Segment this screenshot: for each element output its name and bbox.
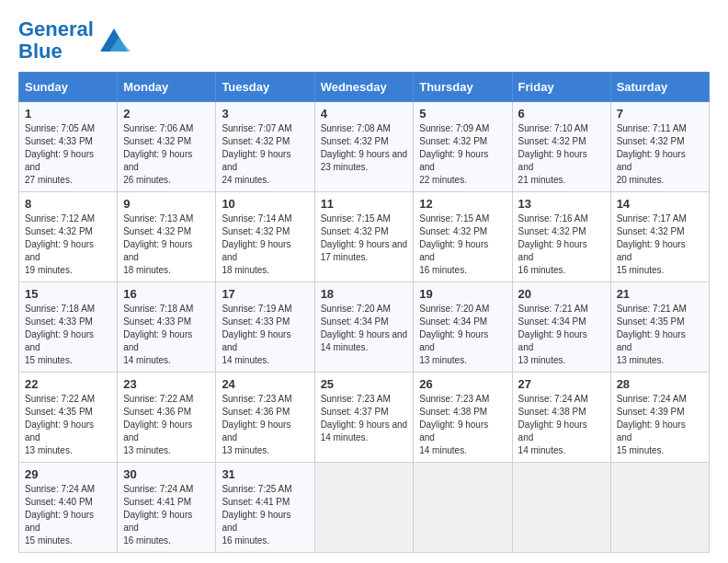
calendar-week-row: 15 Sunrise: 7:18 AMSunset: 4:33 PMDaylig…	[19, 282, 710, 373]
day-info: Sunrise: 7:18 AMSunset: 4:33 PMDaylight:…	[123, 304, 193, 365]
calendar-day-cell: 13 Sunrise: 7:16 AMSunset: 4:32 PMDaylig…	[512, 192, 610, 282]
day-number: 17	[222, 287, 308, 301]
day-info: Sunrise: 7:22 AMSunset: 4:36 PMDaylight:…	[123, 394, 193, 455]
weekday-header-saturday: Saturday	[610, 73, 709, 102]
day-number: 15	[25, 287, 111, 301]
calendar-day-cell: 10 Sunrise: 7:14 AMSunset: 4:32 PMDaylig…	[216, 192, 314, 282]
day-info: Sunrise: 7:13 AMSunset: 4:32 PMDaylight:…	[123, 213, 193, 275]
day-info: Sunrise: 7:25 AMSunset: 4:41 PMDaylight:…	[222, 484, 291, 546]
calendar-day-cell: 22 Sunrise: 7:22 AMSunset: 4:35 PMDaylig…	[19, 373, 118, 463]
calendar-day-cell: 4 Sunrise: 7:08 AMSunset: 4:32 PMDayligh…	[314, 102, 414, 192]
day-info: Sunrise: 7:16 AMSunset: 4:32 PMDaylight:…	[518, 213, 588, 275]
logo: General Blue	[18, 18, 132, 63]
day-info: Sunrise: 7:19 AMSunset: 4:33 PMDaylight:…	[222, 304, 291, 365]
day-info: Sunrise: 7:23 AMSunset: 4:36 PMDaylight:…	[222, 394, 291, 455]
calendar-day-cell: 11 Sunrise: 7:15 AMSunset: 4:32 PMDaylig…	[314, 192, 414, 282]
calendar-day-cell: 8 Sunrise: 7:12 AMSunset: 4:32 PMDayligh…	[19, 192, 118, 282]
calendar-day-cell: 20 Sunrise: 7:21 AMSunset: 4:34 PMDaylig…	[512, 282, 610, 373]
weekday-header-row: SundayMondayTuesdayWednesdayThursdayFrid…	[19, 73, 710, 102]
weekday-header-tuesday: Tuesday	[216, 73, 314, 102]
day-number: 21	[617, 287, 703, 301]
day-info: Sunrise: 7:24 AMSunset: 4:38 PMDaylight:…	[518, 394, 588, 455]
calendar-day-cell: 16 Sunrise: 7:18 AMSunset: 4:33 PMDaylig…	[118, 282, 216, 373]
day-number: 20	[518, 287, 605, 301]
day-number: 10	[222, 197, 308, 211]
calendar-day-cell: 28 Sunrise: 7:24 AMSunset: 4:39 PMDaylig…	[610, 373, 709, 463]
day-number: 2	[123, 107, 210, 121]
day-info: Sunrise: 7:22 AMSunset: 4:35 PMDaylight:…	[25, 394, 95, 455]
day-number: 28	[617, 377, 703, 391]
day-info: Sunrise: 7:14 AMSunset: 4:32 PMDaylight:…	[222, 213, 291, 275]
day-info: Sunrise: 7:24 AMSunset: 4:40 PMDaylight:…	[25, 484, 95, 546]
day-info: Sunrise: 7:15 AMSunset: 4:32 PMDaylight:…	[419, 213, 489, 275]
day-number: 26	[419, 377, 506, 391]
day-info: Sunrise: 7:05 AMSunset: 4:33 PMDaylight:…	[25, 123, 95, 185]
day-number: 18	[321, 287, 408, 301]
day-number: 5	[419, 107, 506, 121]
calendar-week-row: 8 Sunrise: 7:12 AMSunset: 4:32 PMDayligh…	[19, 192, 710, 282]
calendar-day-cell: 23 Sunrise: 7:22 AMSunset: 4:36 PMDaylig…	[118, 373, 216, 463]
day-number: 19	[419, 287, 506, 301]
day-number: 29	[25, 467, 111, 481]
day-number: 1	[25, 107, 111, 121]
calendar-day-cell: 15 Sunrise: 7:18 AMSunset: 4:33 PMDaylig…	[19, 282, 118, 373]
day-number: 27	[518, 377, 605, 391]
day-info: Sunrise: 7:06 AMSunset: 4:32 PMDaylight:…	[123, 123, 193, 185]
weekday-header-sunday: Sunday	[19, 73, 118, 102]
calendar-day-cell	[414, 463, 512, 553]
day-info: Sunrise: 7:11 AMSunset: 4:32 PMDaylight:…	[617, 123, 687, 185]
weekday-header-friday: Friday	[512, 73, 610, 102]
calendar-day-cell: 31 Sunrise: 7:25 AMSunset: 4:41 PMDaylig…	[216, 463, 314, 553]
calendar-day-cell: 30 Sunrise: 7:24 AMSunset: 4:41 PMDaylig…	[118, 463, 216, 553]
day-number: 3	[222, 107, 308, 121]
calendar-day-cell: 17 Sunrise: 7:19 AMSunset: 4:33 PMDaylig…	[216, 282, 314, 373]
calendar-table: SundayMondayTuesdayWednesdayThursdayFrid…	[18, 72, 710, 553]
day-number: 24	[222, 377, 308, 391]
day-info: Sunrise: 7:12 AMSunset: 4:32 PMDaylight:…	[25, 213, 95, 275]
calendar-day-cell: 24 Sunrise: 7:23 AMSunset: 4:36 PMDaylig…	[216, 373, 314, 463]
calendar-body: 1 Sunrise: 7:05 AMSunset: 4:33 PMDayligh…	[19, 102, 710, 553]
calendar-day-cell	[610, 463, 709, 553]
calendar-header: SundayMondayTuesdayWednesdayThursdayFrid…	[19, 73, 710, 102]
day-info: Sunrise: 7:21 AMSunset: 4:34 PMDaylight:…	[518, 304, 588, 365]
calendar-day-cell: 12 Sunrise: 7:15 AMSunset: 4:32 PMDaylig…	[414, 192, 512, 282]
calendar-day-cell: 7 Sunrise: 7:11 AMSunset: 4:32 PMDayligh…	[610, 102, 709, 192]
day-info: Sunrise: 7:23 AMSunset: 4:38 PMDaylight:…	[419, 394, 489, 455]
day-info: Sunrise: 7:18 AMSunset: 4:33 PMDaylight:…	[25, 304, 95, 365]
calendar-day-cell: 25 Sunrise: 7:23 AMSunset: 4:37 PMDaylig…	[314, 373, 414, 463]
day-info: Sunrise: 7:08 AMSunset: 4:32 PMDaylight:…	[321, 123, 408, 172]
day-info: Sunrise: 7:24 AMSunset: 4:39 PMDaylight:…	[617, 394, 687, 455]
calendar-day-cell: 3 Sunrise: 7:07 AMSunset: 4:32 PMDayligh…	[216, 102, 314, 192]
day-info: Sunrise: 7:09 AMSunset: 4:32 PMDaylight:…	[419, 123, 489, 185]
calendar-day-cell: 6 Sunrise: 7:10 AMSunset: 4:32 PMDayligh…	[512, 102, 610, 192]
weekday-header-thursday: Thursday	[414, 73, 512, 102]
calendar-week-row: 22 Sunrise: 7:22 AMSunset: 4:35 PMDaylig…	[19, 373, 710, 463]
day-number: 9	[123, 197, 210, 211]
day-info: Sunrise: 7:17 AMSunset: 4:32 PMDaylight:…	[617, 213, 687, 275]
day-info: Sunrise: 7:24 AMSunset: 4:41 PMDaylight:…	[123, 484, 193, 546]
day-info: Sunrise: 7:20 AMSunset: 4:34 PMDaylight:…	[419, 304, 489, 365]
day-info: Sunrise: 7:23 AMSunset: 4:37 PMDaylight:…	[321, 394, 408, 442]
day-number: 22	[25, 377, 111, 391]
calendar-day-cell	[314, 463, 414, 553]
day-number: 30	[123, 467, 210, 481]
calendar-day-cell: 18 Sunrise: 7:20 AMSunset: 4:34 PMDaylig…	[314, 282, 414, 373]
day-number: 31	[222, 467, 308, 481]
day-number: 11	[321, 197, 408, 211]
day-number: 23	[123, 377, 210, 391]
day-number: 14	[617, 197, 703, 211]
logo-text: General Blue	[18, 18, 94, 63]
day-info: Sunrise: 7:20 AMSunset: 4:34 PMDaylight:…	[321, 304, 408, 352]
calendar-day-cell: 26 Sunrise: 7:23 AMSunset: 4:38 PMDaylig…	[414, 373, 512, 463]
day-number: 6	[518, 107, 605, 121]
calendar-day-cell: 2 Sunrise: 7:06 AMSunset: 4:32 PMDayligh…	[118, 102, 216, 192]
calendar-day-cell: 29 Sunrise: 7:24 AMSunset: 4:40 PMDaylig…	[19, 463, 118, 553]
calendar-day-cell: 9 Sunrise: 7:13 AMSunset: 4:32 PMDayligh…	[118, 192, 216, 282]
day-info: Sunrise: 7:10 AMSunset: 4:32 PMDaylight:…	[518, 123, 588, 185]
day-info: Sunrise: 7:15 AMSunset: 4:32 PMDaylight:…	[321, 213, 408, 262]
calendar-day-cell: 27 Sunrise: 7:24 AMSunset: 4:38 PMDaylig…	[512, 373, 610, 463]
calendar-week-row: 1 Sunrise: 7:05 AMSunset: 4:33 PMDayligh…	[19, 102, 710, 192]
weekday-header-monday: Monday	[118, 73, 216, 102]
calendar-day-cell: 19 Sunrise: 7:20 AMSunset: 4:34 PMDaylig…	[414, 282, 512, 373]
day-number: 16	[123, 287, 210, 301]
